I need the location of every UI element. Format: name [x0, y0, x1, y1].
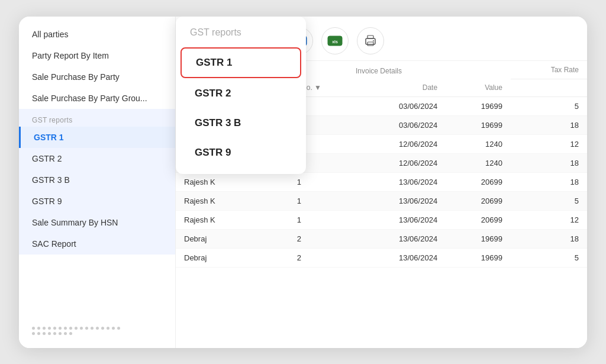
- date-cell: 13/06/2024: [352, 249, 446, 268]
- tax-rate-cell: 5: [511, 192, 587, 211]
- invoice-no-cell: 1: [247, 173, 352, 192]
- sidebar-item-gstr1[interactable]: GSTR 1: [19, 127, 175, 148]
- print-button[interactable]: [357, 27, 384, 54]
- date-cell: 13/06/2024: [352, 192, 446, 211]
- sidebar-item-gstr9[interactable]: GSTR 9: [19, 191, 175, 212]
- value-cell: 1240: [446, 135, 511, 154]
- party-cell: Rajesh K: [176, 211, 247, 230]
- tax-rate-cell: 18: [511, 116, 587, 135]
- table-row: Debraj 2 13/06/2024 19699 5: [176, 249, 587, 268]
- party-cell: Rajesh K: [176, 192, 247, 211]
- dropdown-header: GST reports: [176, 27, 306, 46]
- table-row: Debraj 2 13/06/2024 19699 18: [176, 230, 587, 249]
- sidebar-item-sac-report[interactable]: SAC Report: [19, 233, 175, 255]
- dropdown-item-gstr3b[interactable]: GSTR 3 B: [180, 109, 301, 137]
- dropdown-item-gstr2[interactable]: GSTR 2: [180, 79, 301, 108]
- sidebar-item-sale-purchase[interactable]: Sale Purchase By Party: [19, 66, 175, 88]
- tax-rate-col-sub-header: [511, 79, 587, 97]
- value-cell: 19699: [446, 97, 511, 116]
- date-cell: 03/06/2024: [352, 116, 446, 135]
- sidebar-item-gstr2[interactable]: GSTR 2: [19, 148, 175, 169]
- date-cell: 12/06/2024: [352, 154, 446, 173]
- table-row: Rajesh K 1 13/06/2024 20699 18: [176, 173, 587, 192]
- svg-point-7: [373, 40, 374, 41]
- date-cell: 12/06/2024: [352, 135, 446, 154]
- xls-export-button[interactable]: xls: [321, 27, 349, 54]
- date-cell: 13/06/2024: [352, 173, 446, 192]
- tax-rate-cell: 18: [511, 230, 587, 249]
- value-cell: 20699: [446, 173, 511, 192]
- value-cell: 19699: [446, 249, 511, 268]
- tax-rate-cell: 12: [511, 211, 587, 230]
- sidebar-item-all-parties[interactable]: All parties: [19, 24, 175, 45]
- gst-reports-dropdown: GST reports GSTR 1 GSTR 2 GSTR 3 B GSTR …: [176, 17, 306, 174]
- date-col-header: Date: [352, 79, 446, 97]
- party-cell: Debraj: [176, 249, 247, 268]
- gst-reports-section-label: GST reports: [19, 109, 175, 127]
- svg-text:xls: xls: [332, 40, 338, 44]
- party-cell: Debraj: [176, 230, 247, 249]
- tax-rate-cell: 18: [511, 173, 587, 192]
- date-cell: 13/06/2024: [352, 211, 446, 230]
- date-cell: 03/06/2024: [352, 97, 446, 116]
- value-cell: 20699: [446, 192, 511, 211]
- sidebar-item-party-report[interactable]: Party Report By Item: [19, 45, 175, 66]
- dropdown-item-gstr1[interactable]: GSTR 1: [180, 47, 301, 78]
- dot-grid: [19, 322, 137, 340]
- tax-rate-cell: 5: [511, 97, 587, 116]
- value-cell: 19699: [446, 116, 511, 135]
- table-row: Rajesh K 1 13/06/2024 20699 5: [176, 192, 587, 211]
- svg-rect-5: [368, 42, 373, 46]
- value-cell: 1240: [446, 154, 511, 173]
- xls-icon: xls: [327, 36, 343, 46]
- sidebar: All parties Party Report By Item Sale Pu…: [19, 17, 176, 348]
- date-cell: 13/06/2024: [352, 230, 446, 249]
- dropdown-item-gstr9[interactable]: GSTR 9: [180, 138, 301, 167]
- party-cell: Rajesh K: [176, 173, 247, 192]
- value-cell: 19699: [446, 230, 511, 249]
- invoice-no-cell: 1: [247, 211, 352, 230]
- sidebar-item-sale-purchase-group[interactable]: Sale Purchase By Party Grou...: [19, 88, 175, 109]
- table-row: Rajesh K 1 13/06/2024 20699 12: [176, 211, 587, 230]
- tax-rate-col-header: Tax Rate: [511, 61, 587, 79]
- printer-icon: [364, 34, 377, 47]
- tax-rate-cell: 5: [511, 249, 587, 268]
- invoice-no-cell: 2: [247, 230, 352, 249]
- tax-rate-cell: 12: [511, 135, 587, 154]
- tax-rate-cell: 18: [511, 154, 587, 173]
- invoice-no-cell: 1: [247, 192, 352, 211]
- gst-section: GSTR 1 GSTR 2 GSTR 3 B GSTR 9 Sale Summa…: [19, 127, 175, 255]
- sidebar-item-sale-summary-hsn[interactable]: Sale Summary By HSN: [19, 212, 175, 233]
- value-cell: 20699: [446, 211, 511, 230]
- value-col-header: Value: [446, 79, 511, 97]
- sidebar-item-gstr3b[interactable]: GSTR 3 B: [19, 169, 175, 191]
- invoice-no-cell: 2: [247, 249, 352, 268]
